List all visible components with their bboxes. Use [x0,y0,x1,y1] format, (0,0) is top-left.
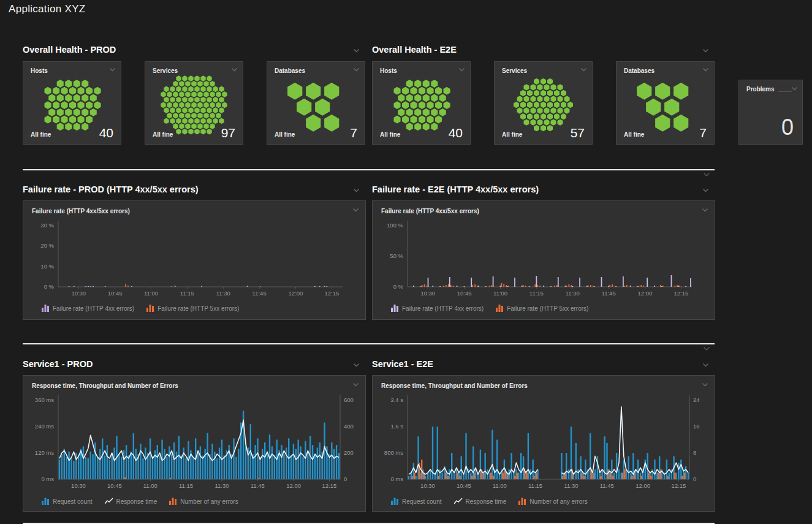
failure-rate-e2e-chart[interactable]: 100 %50 %0 %10:3010:4511:0011:1511:3011:… [376,201,711,306]
chevron-down-icon[interactable] [702,188,709,192]
svg-text:8: 8 [693,449,696,456]
legend-label: Response time [466,498,507,505]
legend-label: Number of any errors [529,498,587,505]
svg-text:10:30: 10:30 [71,290,86,297]
service-e2e-chart[interactable]: 2.4 s1.6 s800 ms0 ms24168010:3010:4511:0… [376,376,711,504]
chevron-down-icon[interactable] [580,67,587,72]
tile-label: Services [153,67,178,74]
chevron-down-icon[interactable] [703,346,710,351]
svg-text:12:15: 12:15 [672,482,686,489]
tile-count: 97 [221,126,235,140]
svg-text:240 ms: 240 ms [35,423,54,430]
legend-label: Failure rate (HTTP 4xx errors) [402,305,484,312]
chart-legend: Request count Response time Number of an… [42,498,238,505]
bar-chart-icon [42,305,50,312]
legend-item-request-count[interactable]: Request count [391,498,442,505]
chevron-down-icon[interactable] [231,67,238,72]
svg-text:10:30: 10:30 [420,290,435,297]
chevron-down-icon[interactable] [791,86,798,91]
svg-text:0 %: 0 % [393,283,404,290]
svg-text:2.4 s: 2.4 s [390,397,403,403]
svg-text:11:00: 11:00 [493,482,507,489]
section-title: Overall Health - PROD [23,45,116,55]
svg-text:30 %: 30 % [40,222,54,229]
bar-chart-icon [496,305,504,312]
svg-text:10:45: 10:45 [457,482,471,489]
chevron-down-icon[interactable] [353,67,360,72]
section-divider [23,169,715,170]
legend-item-5xx[interactable]: Failure rate (HTTP 5xx errors) [496,305,588,312]
svg-text:24: 24 [693,397,700,403]
legend-item-errors[interactable]: Number of any errors [518,498,587,505]
chevron-down-icon[interactable] [353,48,360,53]
chevron-down-icon[interactable] [702,67,709,72]
section-header-failure-prod: Failure rate - PROD (HTTP 4xx/5xx errors… [23,184,366,197]
chevron-down-icon[interactable] [702,48,709,53]
svg-text:12:00: 12:00 [636,482,650,489]
section-header-health-e2e: Overall Health - E2E [372,45,715,57]
section-title: Overall Health - E2E [372,45,457,55]
health-tile-hosts-prod[interactable]: Hosts All fine 40 [23,61,121,145]
svg-text:12:00: 12:00 [289,290,303,297]
section-header-failure-e2e: Failure rate - E2E (HTTP 4xx/5xx errors) [372,184,715,197]
tile-label: Databases [275,67,305,74]
legend-item-request-count[interactable]: Request count [42,498,93,505]
svg-text:16: 16 [693,423,700,430]
bar-chart-icon [146,305,154,312]
tile-status: All fine [624,131,644,138]
legend-label: Number of any errors [180,498,238,505]
failure-rate-prod-tile[interactable]: Failure rate (HTTP 4xx/5xx errors) 30 %2… [23,200,366,320]
section-header-health-prod: Overall Health - PROD [23,45,366,57]
failure-rate-prod-chart[interactable]: 30 %20 %10 %0 %10:3010:4511:0011:1511:30… [26,201,362,306]
chevron-down-icon[interactable] [703,172,710,177]
problems-count: 0 [781,115,794,140]
health-tile-databases-e2e[interactable]: Databases All fine 7 [616,61,715,145]
problems-tile[interactable]: Problems 0 [738,80,803,145]
legend-item-4xx[interactable]: Failure rate (HTTP 4xx errors) [42,305,134,312]
chevron-down-icon[interactable] [353,363,360,367]
chart-legend: Request count Response time Number of an… [391,498,588,505]
svg-text:11:15: 11:15 [529,290,544,297]
health-tile-services-prod[interactable]: Services All fine 97 [145,61,243,145]
health-tile-databases-prod[interactable]: Databases All fine 7 [267,61,365,145]
chart-legend: Failure rate (HTTP 4xx errors) Failure r… [42,305,239,312]
chevron-down-icon[interactable] [458,67,465,72]
chevron-down-icon[interactable] [353,188,360,192]
svg-text:10:45: 10:45 [108,290,123,297]
health-tile-services-e2e[interactable]: Services All fine 57 [494,61,593,145]
legend-item-errors[interactable]: Number of any errors [169,498,238,505]
svg-text:0 ms: 0 ms [41,476,54,482]
failure-rate-e2e-tile[interactable]: Failure rate (HTTP 4xx/5xx errors) 100 %… [372,200,715,320]
service-prod-tile[interactable]: Response time, Throughput and Number of … [23,375,366,512]
legend-label: Failure rate (HTTP 5xx errors) [157,305,239,312]
service-e2e-tile[interactable]: Response time, Throughput and Number of … [372,375,715,512]
tile-count: 40 [449,126,463,140]
legend-label: Request count [402,498,442,505]
tile-count: 57 [571,126,585,140]
legend-item-response-time[interactable]: Response time [454,498,507,505]
svg-text:11:45: 11:45 [251,482,265,489]
svg-text:12:15: 12:15 [674,290,688,297]
legend-item-response-time[interactable]: Response time [105,498,157,505]
svg-text:10:45: 10:45 [107,482,122,489]
section-title: Service1 - E2E [372,359,433,369]
svg-text:10 %: 10 % [40,263,54,270]
svg-text:1.6 s: 1.6 s [390,423,403,430]
health-tile-hosts-e2e[interactable]: Hosts All fine 40 [372,61,471,145]
tile-label: Services [502,67,527,74]
chart-legend: Failure rate (HTTP 4xx errors) Failure r… [391,305,588,312]
chevron-down-icon[interactable] [109,67,116,72]
legend-label: Response time [116,498,157,505]
tile-status: All fine [275,131,295,138]
legend-item-4xx[interactable]: Failure rate (HTTP 4xx errors) [391,305,484,312]
tile-status: All fine [153,131,173,138]
line-chart-icon [105,498,113,505]
service-prod-chart[interactable]: 360 ms240 ms120 ms0 ms600400200010:3010:… [26,376,362,504]
legend-item-5xx[interactable]: Failure rate (HTTP 5xx errors) [146,305,239,312]
tile-status: All fine [502,131,522,138]
svg-text:50 %: 50 % [390,253,403,259]
svg-text:11:30: 11:30 [564,482,578,489]
svg-text:11:15: 11:15 [180,290,194,297]
svg-text:200: 200 [344,449,354,456]
chevron-down-icon[interactable] [702,363,709,367]
